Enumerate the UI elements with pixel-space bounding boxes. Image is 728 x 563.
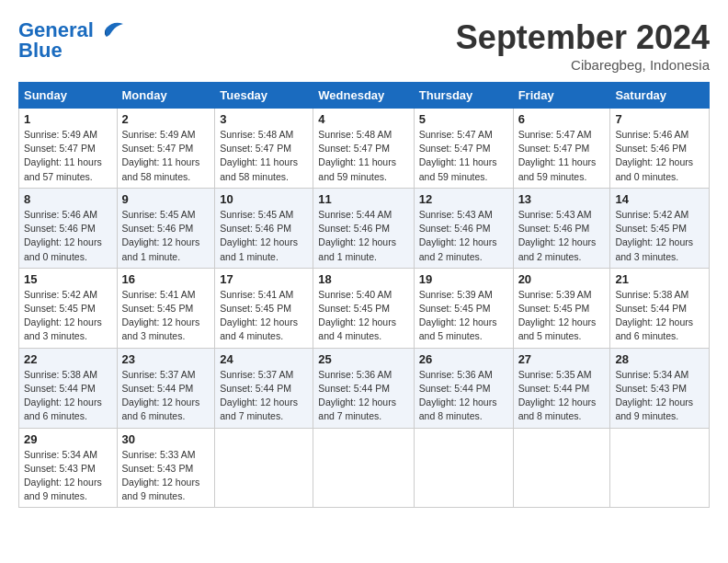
page-header: General Blue September 2024 Cibaregbeg, … bbox=[18, 18, 710, 73]
calendar-cell: 18Sunrise: 5:40 AMSunset: 5:45 PMDayligh… bbox=[313, 268, 414, 348]
day-info: Sunrise: 5:39 AMSunset: 5:45 PMDaylight:… bbox=[419, 288, 508, 344]
calendar-week-row: 8Sunrise: 5:46 AMSunset: 5:46 PMDaylight… bbox=[19, 188, 710, 268]
day-info: Sunrise: 5:45 AMSunset: 5:46 PMDaylight:… bbox=[122, 208, 210, 264]
day-info: Sunrise: 5:46 AMSunset: 5:46 PMDaylight:… bbox=[615, 128, 704, 184]
calendar-cell: 16Sunrise: 5:41 AMSunset: 5:45 PMDayligh… bbox=[117, 268, 215, 348]
day-info: Sunrise: 5:41 AMSunset: 5:45 PMDaylight:… bbox=[220, 288, 308, 344]
day-info: Sunrise: 5:48 AMSunset: 5:47 PMDaylight:… bbox=[318, 128, 408, 184]
calendar-cell bbox=[414, 428, 513, 508]
day-info: Sunrise: 5:38 AMSunset: 5:44 PMDaylight:… bbox=[24, 368, 112, 424]
calendar-cell bbox=[610, 428, 710, 508]
day-info: Sunrise: 5:47 AMSunset: 5:47 PMDaylight:… bbox=[419, 128, 508, 184]
calendar-cell: 12Sunrise: 5:43 AMSunset: 5:46 PMDayligh… bbox=[414, 188, 513, 268]
day-info: Sunrise: 5:49 AMSunset: 5:47 PMDaylight:… bbox=[24, 128, 112, 184]
calendar-cell: 11Sunrise: 5:44 AMSunset: 5:46 PMDayligh… bbox=[313, 188, 414, 268]
calendar-table: SundayMondayTuesdayWednesdayThursdayFrid… bbox=[18, 82, 710, 508]
day-info: Sunrise: 5:40 AMSunset: 5:45 PMDaylight:… bbox=[318, 288, 408, 344]
day-number: 23 bbox=[122, 352, 210, 366]
calendar-cell: 13Sunrise: 5:43 AMSunset: 5:46 PMDayligh… bbox=[513, 188, 610, 268]
calendar-cell: 6Sunrise: 5:47 AMSunset: 5:47 PMDaylight… bbox=[513, 109, 610, 189]
calendar-cell: 3Sunrise: 5:48 AMSunset: 5:47 PMDaylight… bbox=[215, 109, 313, 189]
day-number: 8 bbox=[24, 192, 112, 206]
calendar-cell: 14Sunrise: 5:42 AMSunset: 5:45 PMDayligh… bbox=[610, 188, 710, 268]
month-title: September 2024 bbox=[456, 18, 710, 57]
day-number: 11 bbox=[318, 192, 408, 206]
day-info: Sunrise: 5:36 AMSunset: 5:44 PMDaylight:… bbox=[318, 368, 408, 424]
day-info: Sunrise: 5:42 AMSunset: 5:45 PMDaylight:… bbox=[615, 208, 704, 264]
calendar-week-row: 29Sunrise: 5:34 AMSunset: 5:43 PMDayligh… bbox=[19, 428, 710, 508]
day-info: Sunrise: 5:36 AMSunset: 5:44 PMDaylight:… bbox=[419, 368, 508, 424]
calendar-cell: 17Sunrise: 5:41 AMSunset: 5:45 PMDayligh… bbox=[215, 268, 313, 348]
day-number: 18 bbox=[318, 272, 408, 286]
day-number: 7 bbox=[615, 112, 704, 126]
day-header-saturday: Saturday bbox=[610, 83, 710, 109]
day-number: 2 bbox=[122, 112, 210, 126]
day-info: Sunrise: 5:46 AMSunset: 5:46 PMDaylight:… bbox=[24, 208, 112, 264]
day-number: 24 bbox=[220, 352, 308, 366]
day-info: Sunrise: 5:49 AMSunset: 5:47 PMDaylight:… bbox=[122, 128, 210, 184]
day-info: Sunrise: 5:43 AMSunset: 5:46 PMDaylight:… bbox=[518, 208, 606, 264]
day-info: Sunrise: 5:34 AMSunset: 5:43 PMDaylight:… bbox=[24, 448, 112, 504]
day-info: Sunrise: 5:39 AMSunset: 5:45 PMDaylight:… bbox=[518, 288, 606, 344]
calendar-cell: 26Sunrise: 5:36 AMSunset: 5:44 PMDayligh… bbox=[414, 348, 513, 428]
day-number: 5 bbox=[419, 112, 508, 126]
day-number: 15 bbox=[24, 272, 112, 286]
calendar-cell: 20Sunrise: 5:39 AMSunset: 5:45 PMDayligh… bbox=[513, 268, 610, 348]
day-number: 19 bbox=[419, 272, 508, 286]
calendar-cell: 24Sunrise: 5:37 AMSunset: 5:44 PMDayligh… bbox=[215, 348, 313, 428]
day-number: 27 bbox=[518, 352, 606, 366]
day-number: 30 bbox=[122, 432, 210, 446]
logo: General Blue bbox=[18, 18, 123, 63]
calendar-cell: 28Sunrise: 5:34 AMSunset: 5:43 PMDayligh… bbox=[610, 348, 710, 428]
day-number: 25 bbox=[318, 352, 408, 366]
day-number: 29 bbox=[24, 432, 112, 446]
day-info: Sunrise: 5:45 AMSunset: 5:46 PMDaylight:… bbox=[220, 208, 308, 264]
calendar-cell: 23Sunrise: 5:37 AMSunset: 5:44 PMDayligh… bbox=[117, 348, 215, 428]
calendar-cell: 19Sunrise: 5:39 AMSunset: 5:45 PMDayligh… bbox=[414, 268, 513, 348]
calendar-cell: 29Sunrise: 5:34 AMSunset: 5:43 PMDayligh… bbox=[19, 428, 118, 508]
day-number: 20 bbox=[518, 272, 606, 286]
logo-blue-text: Blue bbox=[18, 39, 63, 63]
calendar-week-row: 1Sunrise: 5:49 AMSunset: 5:47 PMDaylight… bbox=[19, 109, 710, 189]
calendar-cell: 21Sunrise: 5:38 AMSunset: 5:44 PMDayligh… bbox=[610, 268, 710, 348]
day-info: Sunrise: 5:42 AMSunset: 5:45 PMDaylight:… bbox=[24, 288, 112, 344]
calendar-cell: 22Sunrise: 5:38 AMSunset: 5:44 PMDayligh… bbox=[19, 348, 118, 428]
day-info: Sunrise: 5:43 AMSunset: 5:46 PMDaylight:… bbox=[419, 208, 508, 264]
day-header-tuesday: Tuesday bbox=[215, 83, 313, 109]
day-header-sunday: Sunday bbox=[19, 83, 118, 109]
calendar-cell: 2Sunrise: 5:49 AMSunset: 5:47 PMDaylight… bbox=[117, 109, 215, 189]
calendar-cell: 25Sunrise: 5:36 AMSunset: 5:44 PMDayligh… bbox=[313, 348, 414, 428]
location-text: Cibaregbeg, Indonesia bbox=[456, 57, 710, 73]
calendar-week-row: 22Sunrise: 5:38 AMSunset: 5:44 PMDayligh… bbox=[19, 348, 710, 428]
calendar-cell: 27Sunrise: 5:35 AMSunset: 5:44 PMDayligh… bbox=[513, 348, 610, 428]
title-block: September 2024 Cibaregbeg, Indonesia bbox=[456, 18, 710, 73]
day-info: Sunrise: 5:37 AMSunset: 5:44 PMDaylight:… bbox=[220, 368, 308, 424]
calendar-cell: 10Sunrise: 5:45 AMSunset: 5:46 PMDayligh… bbox=[215, 188, 313, 268]
day-number: 28 bbox=[615, 352, 704, 366]
day-number: 10 bbox=[220, 192, 308, 206]
calendar-week-row: 15Sunrise: 5:42 AMSunset: 5:45 PMDayligh… bbox=[19, 268, 710, 348]
calendar-cell: 8Sunrise: 5:46 AMSunset: 5:46 PMDaylight… bbox=[19, 188, 118, 268]
day-header-friday: Friday bbox=[513, 83, 610, 109]
day-info: Sunrise: 5:35 AMSunset: 5:44 PMDaylight:… bbox=[518, 368, 606, 424]
logo-bird-icon bbox=[97, 20, 123, 40]
day-number: 1 bbox=[24, 112, 112, 126]
day-header-thursday: Thursday bbox=[414, 83, 513, 109]
day-number: 4 bbox=[318, 112, 408, 126]
calendar-cell: 5Sunrise: 5:47 AMSunset: 5:47 PMDaylight… bbox=[414, 109, 513, 189]
day-header-monday: Monday bbox=[117, 83, 215, 109]
calendar-header-row: SundayMondayTuesdayWednesdayThursdayFrid… bbox=[19, 83, 710, 109]
day-number: 21 bbox=[615, 272, 704, 286]
day-info: Sunrise: 5:34 AMSunset: 5:43 PMDaylight:… bbox=[615, 368, 704, 424]
day-number: 13 bbox=[518, 192, 606, 206]
day-info: Sunrise: 5:38 AMSunset: 5:44 PMDaylight:… bbox=[615, 288, 704, 344]
day-header-wednesday: Wednesday bbox=[313, 83, 414, 109]
day-info: Sunrise: 5:44 AMSunset: 5:46 PMDaylight:… bbox=[318, 208, 408, 264]
calendar-cell bbox=[215, 428, 313, 508]
calendar-cell: 30Sunrise: 5:33 AMSunset: 5:43 PMDayligh… bbox=[117, 428, 215, 508]
day-number: 17 bbox=[220, 272, 308, 286]
calendar-cell: 1Sunrise: 5:49 AMSunset: 5:47 PMDaylight… bbox=[19, 109, 118, 189]
calendar-cell bbox=[313, 428, 414, 508]
day-number: 16 bbox=[122, 272, 210, 286]
calendar-cell: 9Sunrise: 5:45 AMSunset: 5:46 PMDaylight… bbox=[117, 188, 215, 268]
